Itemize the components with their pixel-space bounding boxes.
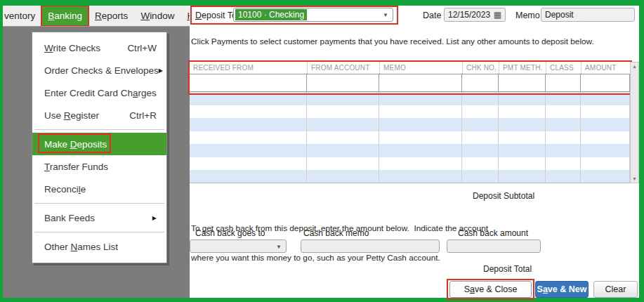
make-deposits-panel: Click Payments to select customer paymen… [190, 27, 639, 298]
menu-item-label: Enter Credit Card Charges [44, 88, 157, 98]
table-cell [462, 170, 499, 183]
table-cell [307, 118, 379, 131]
table-cell [546, 92, 581, 105]
date-field[interactable]: 12/15/2023 ▦ [444, 8, 506, 22]
deposit-to-combobox[interactable]: 10100 · Checking ▼ [233, 8, 393, 22]
scroll-up-icon[interactable]: ▲ [631, 63, 638, 70]
menu-item-reconcile[interactable]: Reconcile [32, 178, 166, 200]
menu-bar: ventoryBankingReportsWindowHelp [3, 6, 190, 27]
table-row [190, 131, 630, 145]
table-active-row [190, 74, 630, 92]
column-header-received-from: RECEIVED FROM [190, 62, 307, 74]
deposit-table: RECEIVED FROMFROM ACCOUNTMEMOCHK NO.PMT … [190, 62, 630, 183]
menu-item-other-names-list[interactable]: Other Names List [32, 235, 166, 258]
table-cell [379, 170, 462, 183]
menubar-item-reports[interactable]: Reports [88, 6, 134, 26]
menu-item-make-deposits[interactable]: Make Deposits [32, 133, 166, 155]
table-cell [546, 157, 581, 171]
clear-button[interactable]: Clear [593, 281, 638, 298]
submenu-arrow-icon: ▶ [159, 67, 163, 74]
cashback-memo-input[interactable] [301, 239, 440, 253]
table-cell [499, 170, 546, 183]
menu-item-write-checks[interactable]: Write ChecksCtrl+W [32, 37, 166, 59]
active-cell-memo[interactable] [379, 74, 462, 91]
deposit-form-header: Deposit To 10100 · Checking ▼ Date 12/15… [190, 6, 639, 27]
table-cell [462, 118, 499, 131]
column-header-class: CLASS [546, 62, 581, 74]
active-cell-chk-no[interactable] [462, 74, 499, 91]
column-header-chk-no: CHK NO. [462, 62, 499, 74]
table-cell [307, 170, 379, 183]
column-header-memo: MEMO [379, 62, 462, 74]
menu-item-label: Transfer Funds [44, 162, 108, 172]
menu-item-bank-feeds[interactable]: Bank Feeds▶ [32, 206, 166, 229]
menu-shortcut: Ctrl+W [127, 43, 157, 53]
table-cell [546, 144, 581, 157]
deposit-subtotal-label: Deposit Subtotal [473, 191, 534, 201]
table-cell [581, 144, 630, 157]
save-new-button[interactable]: Save & New [535, 281, 589, 298]
scroll-down-icon[interactable]: ▼ [631, 175, 638, 183]
menu-item-label: Bank Feeds [44, 213, 95, 223]
table-cell [546, 105, 581, 119]
table-cell [379, 131, 462, 145]
memo-value: Deposit [545, 10, 574, 20]
active-cell-amount[interactable] [581, 74, 630, 91]
table-cell [379, 105, 462, 119]
table-row [190, 118, 630, 131]
menu-item-enter-credit-card-charges[interactable]: Enter Credit Card Charges [32, 81, 166, 104]
table-cell [462, 131, 499, 145]
menubar-item-banking[interactable]: Banking [41, 6, 88, 26]
menu-item-use-register[interactable]: Use RegisterCtrl+R [32, 104, 166, 126]
table-cell [499, 144, 546, 157]
chevron-down-icon[interactable]: ▼ [276, 244, 282, 250]
menu-item-label: Other Names List [44, 242, 118, 252]
menubar-item-window[interactable]: Window [134, 6, 180, 26]
table-row [190, 92, 630, 105]
menubar-item-ventory[interactable]: ventory [3, 6, 41, 26]
save-close-button[interactable]: Save & Close [449, 281, 532, 298]
table-scrollbar[interactable]: ▲ ▼ [630, 62, 639, 183]
table-cell [499, 92, 546, 105]
table-cell [581, 105, 630, 119]
calendar-icon[interactable]: ▦ [494, 11, 501, 19]
table-row [190, 170, 630, 183]
table-cell [307, 105, 379, 119]
date-value: 12/15/2023 [448, 10, 490, 20]
menu-shortcut: Ctrl+R [129, 110, 157, 121]
table-cell [546, 118, 581, 131]
table-cell [581, 92, 630, 105]
cashback-amount-input[interactable] [447, 239, 541, 253]
menu-separator [34, 232, 164, 232]
table-row [190, 105, 630, 119]
menu-separator [34, 203, 164, 204]
active-cell-class[interactable] [546, 74, 581, 91]
menu-item-transfer-funds[interactable]: Transfer Funds [32, 155, 166, 178]
active-cell-from-account[interactable] [307, 74, 379, 91]
table-header-row: RECEIVED FROMFROM ACCOUNTMEMOCHK NO.PMT … [190, 62, 630, 74]
menu-item-order-checks-envelopes[interactable]: Order Checks & Envelopes▶ [32, 59, 166, 81]
menu-separator [34, 129, 164, 130]
table-cell [190, 170, 307, 183]
menu-item-label: Use Register [44, 110, 99, 121]
chevron-down-icon[interactable]: ▼ [383, 12, 388, 18]
table-row [190, 157, 630, 171]
table-cell [581, 170, 630, 183]
memo-label: Memo [515, 11, 540, 20]
deposit-to-value: 10100 · Checking [235, 9, 307, 20]
table-cell [379, 144, 462, 157]
table-cell [499, 157, 546, 171]
menu-item-label: Reconcile [44, 184, 86, 195]
table-cell [190, 92, 307, 105]
cashback-memo-label: Cash back memo [303, 228, 369, 238]
active-cell-pmt-meth[interactable] [499, 74, 546, 91]
table-cell [462, 144, 499, 157]
table-cell [307, 92, 379, 105]
menubar-item-help[interactable]: Help [180, 6, 190, 26]
cashback-goes-to-dropdown[interactable]: ▼ [190, 239, 287, 253]
active-cell-received-from[interactable] [190, 74, 307, 91]
column-header-amount: AMOUNT [581, 62, 630, 74]
memo-field[interactable]: Deposit [541, 8, 635, 22]
submenu-arrow-icon: ▶ [152, 215, 157, 221]
quickbooks-window: ventoryBankingReportsWindowHelp Deposit … [0, 0, 644, 302]
